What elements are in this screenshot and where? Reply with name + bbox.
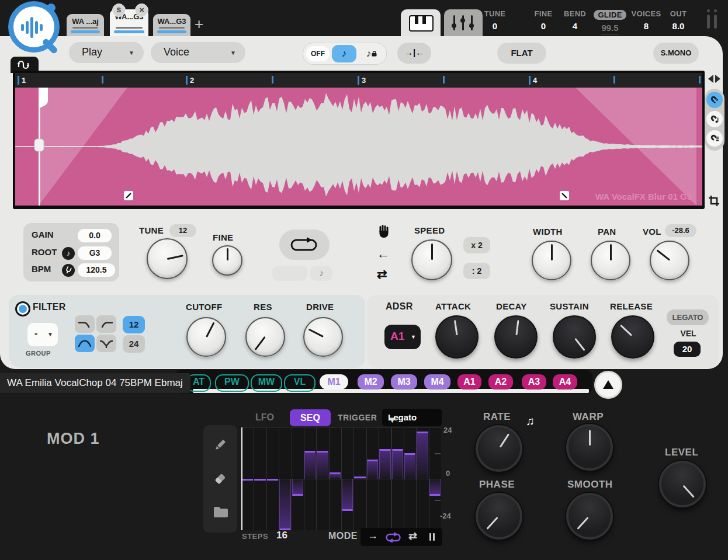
speed-double-button[interactable]: x 2 [463,237,490,253]
filter-24db-button[interactable]: 24 [123,335,145,353]
seq-step[interactable] [304,451,316,479]
phase-knob[interactable] [476,493,522,540]
preset-tab[interactable]: WA ...aj [67,14,104,36]
sync-note-lock-button[interactable]: ♪ [359,45,384,62]
mod-source-a1[interactable]: A1 [457,374,481,389]
seq-step[interactable] [404,453,415,479]
flat-button[interactable]: FLAT [497,43,546,64]
filter-enable-toggle[interactable] [15,301,30,316]
waveform-ruler[interactable]: 1234 [15,73,702,88]
waveform-display[interactable]: WA VocalFX Blur 01 G3 [15,88,702,206]
loop-mode-button[interactable] [279,229,330,260]
fade-in-handle[interactable] [124,191,133,200]
filter-highpass-button[interactable] [96,315,116,333]
snap-note-button[interactable] [706,111,723,127]
tune-value[interactable]: 12 [169,224,196,237]
hand-drag-icon[interactable] [378,225,390,241]
folder-icon[interactable] [213,506,228,519]
decay-knob[interactable] [494,315,538,359]
filter-notch-button[interactable] [96,335,116,352]
mod-source-m3[interactable]: M3 [391,374,417,389]
vol-value[interactable]: -28.6 [665,224,696,237]
seq-step[interactable] [279,479,290,530]
add-tab-button[interactable]: + [195,15,203,33]
speed-knob[interactable] [411,239,452,280]
seq-step[interactable] [417,432,428,479]
play-mode-dropdown[interactable]: Play ▼ [69,42,144,63]
seq-step[interactable] [379,449,390,479]
bpm-value[interactable]: 120.5 [78,263,115,277]
level-knob[interactable] [659,461,706,507]
trigger-dropdown[interactable]: Legato ▼ [382,409,442,426]
tab-lfo[interactable]: LFO [255,412,274,423]
pingpong-arrows-icon[interactable]: ⇄ [377,267,387,281]
cutoff-knob[interactable] [186,317,226,357]
pan-knob[interactable] [591,241,630,280]
eraser-icon[interactable] [213,472,227,486]
crop-icon[interactable] [708,195,720,209]
keyboard-view-tab[interactable] [401,9,441,36]
mod-source-m2[interactable]: M2 [358,374,384,389]
filter-group-dropdown[interactable]: - ▼ [27,323,58,346]
readout-fine[interactable]: FINE0 [529,9,557,31]
release-knob[interactable] [611,315,654,359]
seq-step[interactable] [429,479,441,496]
seq-step[interactable] [392,449,403,479]
preset-tab[interactable]: WA...G3 [153,14,190,36]
mod-source-a3[interactable]: A3 [522,374,546,389]
mod-source-vl[interactable]: VL [284,374,316,392]
steps-value[interactable]: 16 [276,530,287,541]
mod-source-a2[interactable]: A2 [488,374,513,389]
pencil-icon[interactable] [213,438,227,452]
snap-to-center-button[interactable]: →|← [397,43,431,64]
close-tab-icon[interactable]: ✕ [135,4,148,17]
seq-step[interactable] [367,460,378,479]
seq-step[interactable] [292,479,303,496]
width-knob[interactable] [532,241,571,280]
fine-knob[interactable] [212,245,242,276]
filter-bandpass-button[interactable] [75,335,95,352]
mod-source-pw[interactable]: PW [215,374,249,392]
rate-knob[interactable] [476,425,522,472]
vel-value[interactable]: 20 [674,342,701,357]
seq-step[interactable] [242,479,253,481]
mode-forward-icon[interactable]: → [368,530,378,542]
reverse-arrow-icon[interactable]: ← [377,246,390,262]
readout-bend[interactable]: BEND4 [561,9,589,31]
root-value[interactable]: G3 [78,246,112,260]
sync-note-button[interactable]: ♪ [332,45,356,62]
mod-source-m4[interactable]: M4 [424,374,450,389]
speed-half-button[interactable]: : 2 [463,263,490,279]
adsr-slot-dropdown[interactable]: A1 ▼ [384,325,421,349]
loop-aux-button[interactable] [272,266,307,281]
drive-knob[interactable] [303,317,343,357]
mixer-view-tab[interactable] [444,9,483,36]
waveform-editor[interactable]: 1234 WA VocalFX Blur 01 G3 [13,71,705,209]
readout-out[interactable]: OUT8.0 [663,9,694,31]
smooth-knob[interactable] [566,493,613,540]
mode-pingpong-icon[interactable]: ⇄ [408,530,417,542]
snap-magnet-button[interactable] [706,92,723,108]
readout-glide[interactable]: GLIDE99.5 [591,9,629,34]
attack-knob[interactable] [435,315,479,359]
tune-knob[interactable] [147,238,188,279]
readout-voices[interactable]: VOICES8 [628,9,664,31]
seq-step[interactable] [267,479,278,481]
res-knob[interactable] [245,317,285,357]
filter-lowpass-button[interactable] [75,315,95,333]
vol-knob[interactable] [650,241,689,280]
mod-source-mw[interactable]: MW [251,374,282,392]
solo-badge[interactable]: S [112,4,126,17]
bypass-icon[interactable] [706,9,721,29]
mod-source-a4[interactable]: A4 [553,374,577,389]
rate-sync-note-icon[interactable]: ♫ [526,415,535,428]
seq-step[interactable] [342,479,353,511]
seq-step[interactable] [254,479,265,481]
mod-source-m1[interactable]: M1 [320,374,348,389]
loop-note-button[interactable]: ♪ [310,266,332,281]
expand-horizontal-icon[interactable] [708,75,721,83]
voice-mode-dropdown[interactable]: Voice ▼ [151,42,245,63]
drawer-collapse-button[interactable] [594,371,622,399]
sustain-knob[interactable] [553,315,596,359]
smono-button[interactable]: S.MONO [653,43,699,64]
